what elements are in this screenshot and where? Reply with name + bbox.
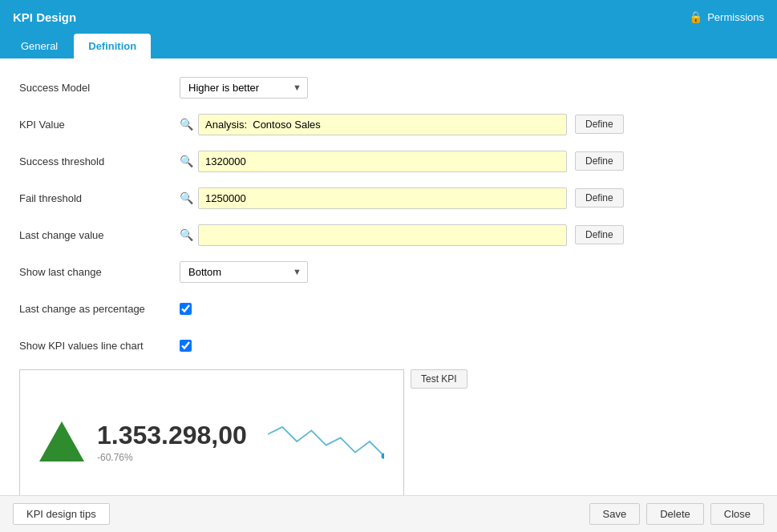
last-change-value-input[interactable] [198, 224, 567, 246]
permissions-button[interactable]: 🔒 Permissions [689, 10, 764, 23]
last-change-value-row: Last change value 🔍 Define [19, 222, 758, 248]
app-container: KPI Design 🔒 Permissions General Definit… [0, 0, 777, 532]
kpi-preview-box: 1.353.298,00 -60.76% [19, 369, 404, 495]
kpi-preview-section: 1.353.298,00 -60.76% Test KPI [19, 369, 758, 495]
show-kpi-line-chart-checkbox[interactable] [180, 340, 192, 352]
app-title: KPI Design [13, 10, 76, 24]
fail-threshold-input[interactable] [198, 187, 567, 209]
footer-left: KPI design tips [13, 503, 110, 525]
success-threshold-input[interactable] [198, 151, 567, 172]
show-last-change-select[interactable]: Bottom Top None [180, 261, 308, 283]
kpi-value-define-button[interactable]: Define [575, 115, 624, 134]
last-change-value-define-button[interactable]: Define [575, 225, 624, 244]
success-threshold-control: 🔍 Define [180, 151, 624, 172]
success-threshold-define-button[interactable]: Define [575, 151, 624, 171]
show-last-change-row: Show last change Bottom Top None ▼ [19, 259, 758, 284]
lock-icon: 🔒 [689, 10, 702, 23]
last-change-pct-checkbox[interactable] [180, 303, 192, 315]
last-change-pct-row: Last change as percentage [19, 296, 758, 321]
search-icon-fail[interactable]: 🔍 [180, 191, 193, 204]
show-last-change-select-wrapper: Bottom Top None ▼ [180, 261, 308, 283]
success-model-control: Higher is better Lower is better None ▼ [180, 77, 308, 99]
tabs-bar: General Definition [0, 34, 777, 58]
fail-threshold-define-button[interactable]: Define [575, 188, 624, 208]
success-model-select[interactable]: Higher is better Lower is better None [180, 77, 308, 99]
show-kpi-line-chart-label: Show KPI values line chart [19, 340, 180, 352]
kpi-value-row: KPI Value 🔍 Define [19, 111, 758, 137]
kpi-value-input[interactable] [198, 114, 567, 135]
save-button[interactable]: Save [589, 503, 641, 525]
success-threshold-label: Success threshold [19, 155, 180, 167]
tab-general[interactable]: General [6, 34, 72, 58]
kpi-value-control: 🔍 Define [180, 114, 624, 135]
footer-right: Save Delete Close [589, 503, 764, 525]
kpi-value-display: 1.353.298,00 -60.76% [97, 421, 247, 463]
last-change-pct-label: Last change as percentage [19, 303, 180, 315]
success-model-select-wrapper: Higher is better Lower is better None ▼ [180, 77, 308, 99]
tab-definition[interactable]: Definition [74, 34, 151, 58]
close-button[interactable]: Close [710, 503, 764, 525]
test-kpi-button[interactable]: Test KPI [411, 369, 467, 389]
show-kpi-line-chart-control [180, 340, 192, 352]
search-icon[interactable]: 🔍 [180, 118, 193, 131]
kpi-design-tips-button[interactable]: KPI design tips [13, 503, 110, 525]
success-model-label: Success Model [19, 82, 180, 94]
fail-threshold-control: 🔍 Define [180, 187, 624, 209]
fail-threshold-row: Fail threshold 🔍 Define [19, 185, 758, 211]
header: KPI Design 🔒 Permissions [0, 0, 777, 34]
last-change-value-label: Last change value [19, 229, 180, 241]
kpi-change-pct: -60.76% [97, 452, 247, 463]
kpi-up-arrow-icon [39, 421, 84, 461]
fail-threshold-label: Fail threshold [19, 192, 180, 204]
success-threshold-row: Success threshold 🔍 Define [19, 148, 758, 174]
main-content: Success Model Higher is better Lower is … [0, 58, 777, 495]
kpi-value-label: KPI Value [19, 119, 180, 131]
footer: KPI design tips Save Delete Close [0, 495, 777, 532]
search-icon-last-change[interactable]: 🔍 [180, 228, 193, 241]
kpi-main-value: 1.353.298,00 [97, 421, 247, 450]
delete-button[interactable]: Delete [646, 503, 704, 525]
search-icon-success[interactable]: 🔍 [180, 155, 193, 167]
show-last-change-control: Bottom Top None ▼ [180, 261, 308, 283]
show-last-change-label: Show last change [19, 266, 180, 278]
last-change-value-control: 🔍 Define [180, 224, 624, 246]
permissions-label: Permissions [707, 11, 764, 23]
last-change-pct-control [180, 303, 192, 315]
kpi-sparkline [268, 417, 384, 466]
show-kpi-line-chart-row: Show KPI values line chart [19, 332, 758, 358]
success-model-row: Success Model Higher is better Lower is … [19, 75, 758, 100]
